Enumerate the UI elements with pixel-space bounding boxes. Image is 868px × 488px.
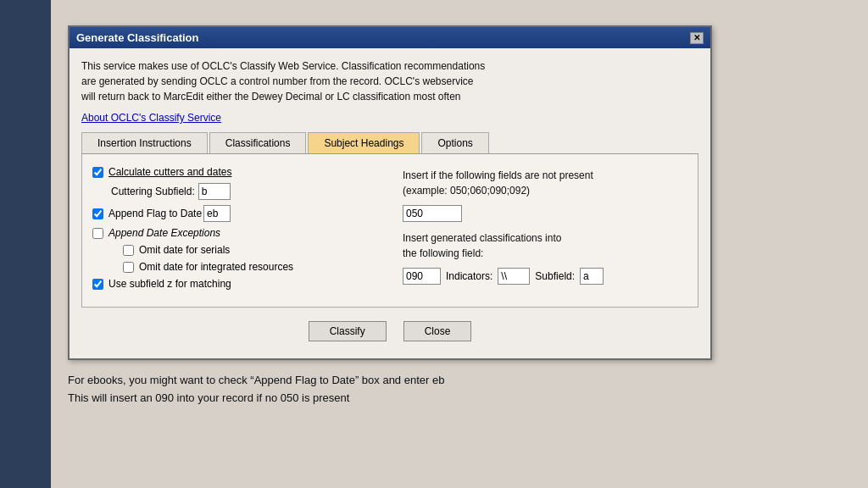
insert-generated-desc: Insert generated classifications into th…: [403, 230, 687, 261]
tab-subject-headings[interactable]: Subject Headings: [308, 132, 420, 153]
close-button[interactable]: Close: [403, 321, 472, 341]
footer-buttons: Classify Close: [81, 316, 698, 350]
cuttering-subfield-row: Cuttering Subfield:: [111, 183, 377, 200]
dialog-titlebar: Generate Classification ✕: [70, 27, 710, 48]
omit-integrated-label: Omit date for integrated resources: [139, 261, 293, 273]
indicators-label: Indicators:: [446, 270, 492, 282]
tabs-row: Insertion Instructions Classifications S…: [81, 132, 698, 154]
main-content: Generate Classification ✕ This service m…: [51, 0, 868, 488]
omit-serials-checkbox[interactable]: [123, 245, 134, 256]
calc-cutters-checkbox[interactable]: [92, 167, 103, 178]
subfield-input[interactable]: [580, 268, 604, 285]
left-sidebar: [0, 0, 51, 488]
append-date-exceptions-checkbox[interactable]: [92, 228, 103, 239]
classify-button[interactable]: Classify: [309, 321, 387, 341]
content-grid: Calculate cutters and dates Cuttering Su…: [92, 166, 687, 295]
field-090-input[interactable]: [403, 268, 441, 285]
right-column: Insert if the following fields are not p…: [403, 166, 687, 295]
use-subfield-z-label: Use subfield z for matching: [108, 278, 231, 290]
dialog-title: Generate Classification: [76, 31, 199, 44]
omit-serials-label: Omit date for serials: [139, 244, 230, 256]
append-date-exceptions-label: Append Date Exceptions: [108, 227, 220, 239]
use-subfield-z-checkbox[interactable]: [92, 279, 103, 290]
subfield-label: Subfield:: [535, 270, 575, 282]
calc-cutters-row: Calculate cutters and dates: [92, 166, 377, 178]
dialog-body: This service makes use of OCLC's Classif…: [70, 48, 710, 358]
close-icon[interactable]: ✕: [690, 32, 704, 44]
tab-insertion-instructions[interactable]: Insertion Instructions: [81, 132, 208, 153]
field-050-input[interactable]: [403, 205, 462, 222]
append-flag-label: Append Flag to Date: [108, 208, 202, 219]
tab-options[interactable]: Options: [421, 132, 488, 153]
omit-integrated-checkbox[interactable]: [123, 262, 134, 273]
bottom-notes: For ebooks, you might want to check “App…: [68, 372, 843, 408]
intro-text: This service makes use of OCLC's Classif…: [81, 58, 698, 104]
oclc-classify-link[interactable]: About OCLC's Classify Service: [81, 112, 221, 124]
append-flag-input[interactable]: [203, 205, 231, 222]
tab-classifications[interactable]: Classifications: [209, 132, 307, 153]
bottom-note-line2: This will insert an 090 into your record…: [68, 390, 843, 408]
append-flag-checkbox[interactable]: [92, 208, 103, 219]
omit-integrated-row: Omit date for integrated resources: [123, 261, 377, 273]
calc-cutters-label: Calculate cutters and dates: [108, 166, 231, 178]
use-subfield-z-row: Use subfield z for matching: [92, 278, 377, 290]
cuttering-subfield-input[interactable]: [198, 183, 231, 200]
append-flag-row: Append Flag to Date: [92, 205, 377, 222]
cuttering-subfield-label: Cuttering Subfield:: [111, 186, 195, 197]
page-wrapper: Generate Classification ✕ This service m…: [0, 0, 868, 488]
generate-classification-dialog: Generate Classification ✕ This service m…: [68, 25, 712, 360]
append-date-exceptions-row: Append Date Exceptions: [92, 227, 377, 239]
left-column: Calculate cutters and dates Cuttering Su…: [92, 166, 377, 295]
inline-fields-row: Indicators: Subfield:: [403, 268, 687, 285]
bottom-note-line1: For ebooks, you might want to check “App…: [68, 372, 843, 390]
indicators-input[interactable]: [498, 268, 530, 285]
omit-serials-row: Omit date for serials: [123, 244, 377, 256]
tab-content-area: Calculate cutters and dates Cuttering Su…: [81, 154, 698, 308]
insert-desc: Insert if the following fields are not p…: [403, 168, 687, 198]
